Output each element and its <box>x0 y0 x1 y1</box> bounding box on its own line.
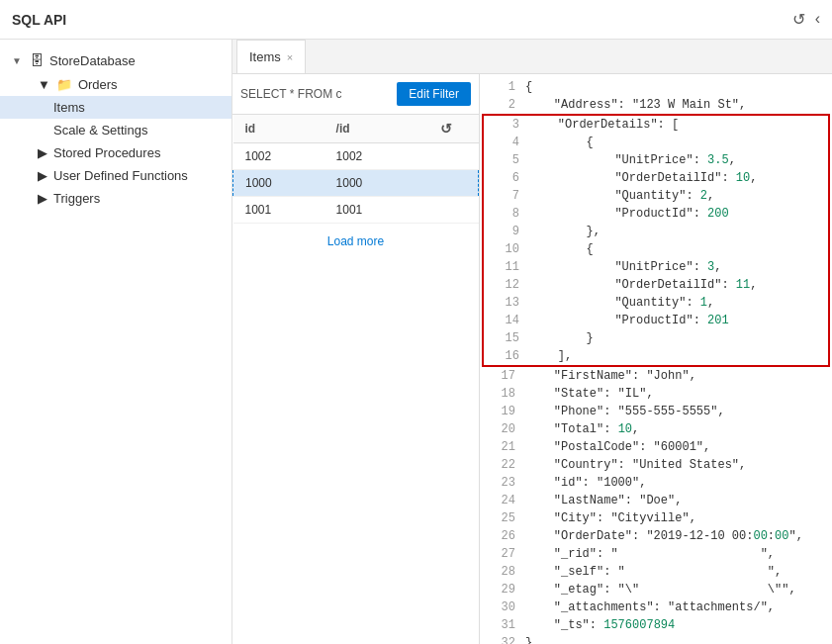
line-content: "OrderDate": "2019-12-10 00:00:00", <box>525 527 803 545</box>
sidebar-item-orders[interactable]: ▼ 📁 Orders <box>0 73 231 96</box>
cell-empty <box>415 170 479 197</box>
query-text: SELECT * FROM c <box>240 87 389 101</box>
line-number: 12 <box>492 276 519 294</box>
line-content: "Quantity": 1, <box>529 294 714 312</box>
content-area: Items × SELECT * FROM c Edit Filter <box>232 40 832 644</box>
sidebar-item-items[interactable]: Items <box>0 96 231 119</box>
line-content: "_ts": 1576007894 <box>525 616 675 634</box>
line-number: 30 <box>488 598 515 616</box>
line-number: 11 <box>492 258 519 276</box>
app-title: SQL API <box>12 12 66 28</box>
cell-empty <box>415 197 479 224</box>
line-content: "OrderDetailId": 10, <box>529 169 757 187</box>
line-content: "id": "1000", <box>525 474 646 492</box>
main-layout: ▼ 🗄 StoreDatabase ▼ 📁 Orders Items Scale… <box>0 40 832 644</box>
json-line: 23 "id": "1000", <box>480 474 832 492</box>
line-number: 1 <box>488 78 515 96</box>
json-line: 7 "Quantity": 2, <box>484 187 828 205</box>
line-content: "OrderDetails": [ <box>529 116 679 134</box>
json-line: 31 "_ts": 1576007894 <box>480 616 832 634</box>
line-number: 15 <box>492 329 519 347</box>
line-content: "PostalCode": "60001", <box>525 438 710 456</box>
cell-slash-id: 1001 <box>324 197 415 224</box>
line-number: 16 <box>492 347 519 365</box>
cell-id: 1002 <box>233 143 324 170</box>
line-number: 2 <box>488 96 515 114</box>
sidebar-item-store-database[interactable]: ▼ 🗄 StoreDatabase <box>0 47 231 73</box>
line-content: "_rid": " ", <box>525 545 775 563</box>
line-number: 27 <box>488 545 515 563</box>
json-line: 10 { <box>484 240 828 258</box>
data-table: id /id ↺ 1002 1002 1000 1000 <box>232 115 479 644</box>
table-row[interactable]: 1002 1002 <box>233 143 479 170</box>
collapse-icon[interactable]: ‹ <box>815 10 820 29</box>
cell-id: 1000 <box>233 170 324 197</box>
table-row[interactable]: 1000 1000 <box>233 170 479 197</box>
table-row[interactable]: 1001 1001 <box>233 197 479 224</box>
line-content: "Country": "United States", <box>525 456 746 474</box>
chevron-down-icon: ▼ <box>12 55 24 66</box>
refresh-icon[interactable]: ↺ <box>792 10 805 29</box>
chevron-right-icon-sp: ▶ <box>38 145 47 160</box>
line-content: "Phone": "555-555-5555", <box>525 403 725 420</box>
chevron-right-icon-triggers: ▶ <box>38 191 47 206</box>
line-number: 24 <box>488 492 515 509</box>
table-refresh-icon[interactable]: ↺ <box>440 121 452 137</box>
line-number: 20 <box>488 420 515 438</box>
line-number: 19 <box>488 403 515 420</box>
highlighted-section: 3 "OrderDetails": [ 4 { 5 "UnitPrice": 3… <box>482 114 830 367</box>
line-content: "OrderDetailId": 11, <box>529 276 757 294</box>
line-content: { <box>525 78 532 96</box>
line-content: }, <box>529 223 601 240</box>
sidebar-item-stored-procedures[interactable]: ▶ Stored Procedures <box>0 141 231 164</box>
items-tab[interactable]: Items × <box>236 40 306 73</box>
top-bar-icons: ↺ ‹ <box>792 10 820 29</box>
line-content: "LastName": "Doe", <box>525 492 682 509</box>
line-content: "Total": 10, <box>525 420 639 438</box>
line-content: "Quantity": 2, <box>529 187 714 205</box>
chevron-down-icon-orders: ▼ <box>38 77 50 92</box>
load-more-link[interactable]: Load more <box>327 234 384 248</box>
line-content: "UnitPrice": 3, <box>529 258 721 276</box>
col-header-slash-id: /id <box>324 115 415 143</box>
line-number: 21 <box>488 438 515 456</box>
edit-filter-button[interactable]: Edit Filter <box>397 82 471 106</box>
line-number: 28 <box>488 563 515 581</box>
split-pane: SELECT * FROM c Edit Filter id /id ↺ <box>232 74 832 644</box>
line-content: "ProductId": 201 <box>529 312 729 329</box>
line-number: 6 <box>492 169 519 187</box>
json-line: 3 "OrderDetails": [ <box>484 116 828 134</box>
top-bar: SQL API ↺ ‹ <box>0 0 832 40</box>
line-number: 9 <box>492 223 519 240</box>
left-pane: SELECT * FROM c Edit Filter id /id ↺ <box>232 74 480 644</box>
json-line: 26 "OrderDate": "2019-12-10 00:00:00", <box>480 527 832 545</box>
line-number: 17 <box>488 367 515 385</box>
sidebar-item-triggers[interactable]: ▶ Triggers <box>0 187 231 210</box>
json-line: 19 "Phone": "555-555-5555", <box>480 403 832 420</box>
line-number: 29 <box>488 581 515 598</box>
collection-icon: 📁 <box>56 77 72 92</box>
line-number: 31 <box>488 616 515 634</box>
line-content: ], <box>529 347 572 365</box>
items-label: Items <box>53 100 85 115</box>
line-number: 13 <box>492 294 519 312</box>
store-database-label: StoreDatabase <box>49 53 136 68</box>
sidebar: ▼ 🗄 StoreDatabase ▼ 📁 Orders Items Scale… <box>0 40 232 644</box>
json-line: 29 "_etag": "\" \"", <box>480 581 832 598</box>
json-line: 22 "Country": "United States", <box>480 456 832 474</box>
json-line: 12 "OrderDetailId": 11, <box>484 276 828 294</box>
line-number: 22 <box>488 456 515 474</box>
line-content: { <box>529 134 594 151</box>
line-number: 4 <box>492 134 519 151</box>
line-number: 3 <box>492 116 519 134</box>
line-content: "Address": "123 W Main St", <box>525 96 746 114</box>
sidebar-item-scale-settings[interactable]: Scale & Settings <box>0 119 231 141</box>
cell-slash-id: 1002 <box>324 143 415 170</box>
line-content: } <box>525 634 532 644</box>
tab-close-button[interactable]: × <box>287 51 293 63</box>
json-line: 16 ], <box>484 347 828 365</box>
orders-label: Orders <box>78 77 118 92</box>
triggers-label: Triggers <box>53 191 100 206</box>
sidebar-item-udf[interactable]: ▶ User Defined Functions <box>0 164 231 187</box>
line-number: 23 <box>488 474 515 492</box>
